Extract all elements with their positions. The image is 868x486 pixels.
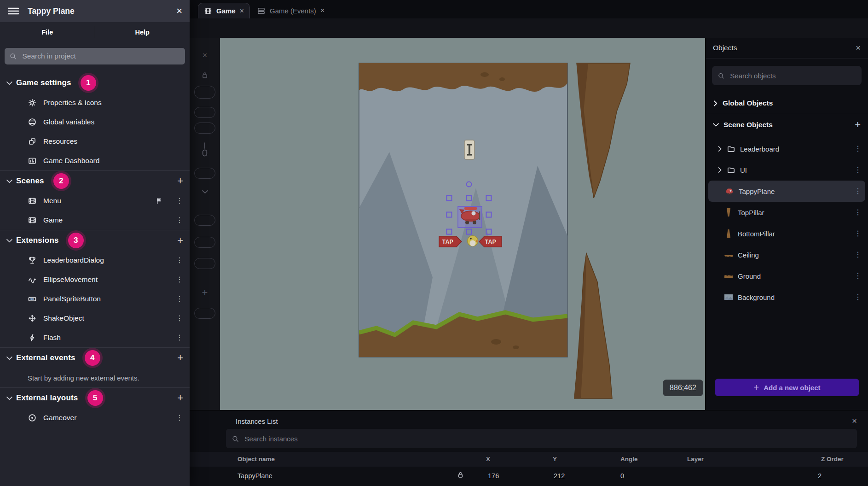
help-menu[interactable]: Help: [95, 29, 190, 36]
instances-search[interactable]: [226, 429, 857, 448]
col-z-order[interactable]: Z Order: [821, 456, 844, 463]
kebab-menu-icon[interactable]: ⋮: [854, 209, 862, 216]
tap-right-sprite[interactable]: TAP: [479, 236, 502, 247]
kebab-menu-icon[interactable]: ⋮: [854, 187, 862, 195]
scene-objects-label: Scene Objects: [723, 121, 773, 129]
hamburger-menu-icon[interactable]: [7, 6, 19, 16]
collapsed-field[interactable]: [190, 123, 220, 134]
col-y[interactable]: Y: [553, 456, 557, 463]
object-row-leaderboard[interactable]: Leaderboard ⋮: [706, 138, 868, 159]
tab-game-events-close-icon[interactable]: ×: [320, 7, 324, 14]
kebab-menu-icon[interactable]: ⋮: [854, 251, 862, 258]
kebab-menu-icon[interactable]: ⋮: [176, 276, 183, 283]
scene-canvas[interactable]: TAP TAP 886;462: [220, 38, 705, 410]
global-objects-header[interactable]: Global Objects: [706, 93, 868, 114]
item-global-variables[interactable]: Global variables: [0, 112, 190, 132]
kebab-menu-icon[interactable]: ⋮: [176, 414, 183, 422]
section-scenes[interactable]: Scenes 2 +: [0, 170, 190, 191]
instance-row-z-order[interactable]: 2: [818, 472, 822, 480]
add-external-event-icon[interactable]: +: [177, 353, 183, 363]
object-row-tappyplane-selected[interactable]: TappyPlane ⋮: [708, 181, 865, 202]
file-menu[interactable]: File: [0, 29, 95, 36]
tab-game-events[interactable]: Game (Events) ×: [251, 4, 330, 18]
target-icon: [28, 413, 37, 422]
item-panel-sprite-button[interactable]: OK PanelSpriteButton ⋮: [0, 289, 190, 309]
section-external-layouts[interactable]: External layouts 5 +: [0, 387, 190, 408]
kebab-menu-icon[interactable]: ⋮: [176, 315, 183, 322]
item-shake-object[interactable]: ShakeObject ⋮: [0, 309, 190, 328]
scene-objects-header[interactable]: Scene Objects +: [706, 114, 868, 135]
object-row-ceiling[interactable]: Ceiling ⋮: [706, 244, 868, 265]
item-leaderboard-dialog[interactable]: LeaderboardDialog ⋮: [0, 251, 190, 270]
item-gameover[interactable]: Gameover ⋮: [0, 408, 190, 427]
project-search-input[interactable]: [22, 52, 180, 61]
collapsed-field[interactable]: [190, 86, 220, 99]
drawer-close-icon[interactable]: ×: [176, 6, 182, 16]
project-search[interactable]: [5, 48, 185, 64]
tap-left-sprite[interactable]: TAP: [439, 236, 462, 247]
column-marker-sprite[interactable]: [464, 140, 475, 159]
add-external-layout-icon[interactable]: +: [177, 393, 183, 403]
section-extensions[interactable]: Extensions 3 +: [0, 230, 190, 251]
lock-icon[interactable]: [457, 471, 464, 479]
tab-game-close-icon[interactable]: ×: [240, 7, 244, 15]
kebab-menu-icon[interactable]: ⋮: [176, 217, 183, 224]
kebab-menu-icon[interactable]: ⋮: [854, 166, 862, 174]
chevron-down-icon: [6, 239, 12, 243]
panel-close-icon[interactable]: ×: [190, 51, 220, 60]
item-label: Game: [43, 216, 63, 224]
chevron-down-icon[interactable]: [190, 190, 220, 194]
item-properties-icons[interactable]: Properties & Icons: [0, 93, 190, 112]
object-row-ui[interactable]: UI ⋮: [706, 159, 868, 181]
add-scene-icon[interactable]: +: [177, 176, 183, 186]
objects-search[interactable]: [712, 66, 862, 85]
tab-game[interactable]: Game ×: [198, 3, 250, 18]
wave-icon: [28, 275, 37, 284]
instance-row-name[interactable]: TappyPlane: [237, 472, 272, 480]
collapsed-field[interactable]: [190, 168, 220, 179]
object-row-bottompillar[interactable]: BottomPillar ⋮: [706, 223, 868, 244]
instances-panel-close-icon[interactable]: ×: [852, 416, 857, 426]
tappy-plane-sprite[interactable]: [458, 206, 482, 228]
item-resources[interactable]: Resources: [0, 132, 190, 151]
add-icon[interactable]: +: [190, 287, 220, 299]
kebab-menu-icon[interactable]: ⋮: [854, 145, 862, 152]
col-x[interactable]: X: [486, 456, 490, 463]
kebab-menu-icon[interactable]: ⋮: [176, 197, 183, 205]
objects-panel-close-icon[interactable]: ×: [856, 43, 861, 53]
item-scene-game[interactable]: Game ⋮: [0, 211, 190, 230]
col-angle[interactable]: Angle: [620, 456, 638, 463]
kebab-menu-icon[interactable]: ⋮: [854, 272, 862, 280]
col-object-name[interactable]: Object name: [237, 456, 275, 463]
instance-row-angle[interactable]: 0: [620, 472, 624, 480]
instances-search-input[interactable]: [244, 434, 851, 443]
item-flash[interactable]: Flash ⋮: [0, 328, 190, 347]
object-label: Background: [738, 293, 775, 301]
item-ellip se-movement[interactable]: EllipseMovement ⋮: [0, 270, 190, 289]
add-object-icon[interactable]: +: [855, 120, 861, 130]
kebab-menu-icon[interactable]: ⋮: [176, 257, 183, 264]
kebab-menu-icon[interactable]: ⋮: [854, 230, 862, 237]
objects-search-input[interactable]: [729, 71, 856, 80]
instance-row-y[interactable]: 212: [554, 472, 565, 480]
item-game-dashboard[interactable]: Game Dashboard: [0, 151, 190, 170]
section-external-events[interactable]: External events 4 +: [0, 347, 190, 368]
object-row-ground[interactable]: Ground ⋮: [706, 265, 868, 287]
kebab-menu-icon[interactable]: ⋮: [176, 334, 183, 341]
col-layer[interactable]: Layer: [687, 456, 704, 463]
item-scene-menu[interactable]: Menu ⋮: [0, 191, 190, 211]
object-row-background[interactable]: Background ⋮: [706, 287, 868, 308]
add-new-object-button[interactable]: + Add a new object: [715, 379, 859, 396]
add-extension-icon[interactable]: +: [177, 235, 183, 246]
step-badge-2: 2: [53, 173, 69, 189]
collapsed-field[interactable]: [190, 308, 220, 319]
collapsed-field[interactable]: [190, 107, 220, 118]
kebab-menu-icon[interactable]: ⋮: [176, 295, 183, 303]
object-row-toppillar[interactable]: TopPillar ⋮: [706, 202, 868, 223]
instance-row-x[interactable]: 176: [488, 472, 499, 480]
collapsed-field[interactable]: [190, 237, 220, 248]
kebab-menu-icon[interactable]: ⋮: [854, 293, 862, 301]
collapsed-field[interactable]: [190, 215, 220, 226]
collapsed-field[interactable]: [190, 258, 220, 269]
section-game-settings[interactable]: Game settings 1: [0, 73, 190, 93]
